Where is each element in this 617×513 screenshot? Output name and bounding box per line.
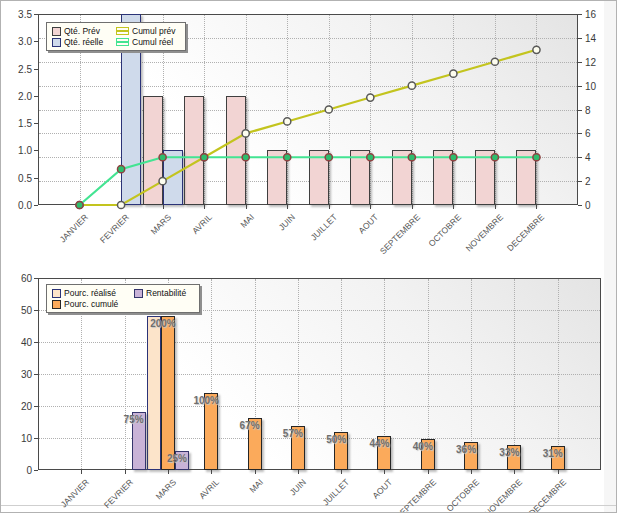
- cumul-reel-marker[interactable]: [367, 154, 374, 161]
- legend[interactable]: Pourc. réaliséRentabilitéPourc. cumulé: [46, 284, 200, 313]
- cumul-prev-marker[interactable]: [325, 106, 332, 113]
- right-axis-tick-label: 14: [585, 32, 596, 43]
- cumul-prev-line[interactable]: [80, 50, 537, 205]
- legend-item-pourc-realise[interactable]: Pourc. réalisé: [52, 288, 128, 298]
- legend-item-pourc-cumule[interactable]: Pourc. cumulé: [52, 299, 128, 309]
- x-axis-tick: [495, 205, 496, 209]
- h-gridline: [39, 342, 600, 343]
- right-axis-tick: [578, 62, 582, 63]
- pourc-realise-bar[interactable]: [147, 316, 161, 470]
- cumul-reel-marker[interactable]: [159, 154, 166, 161]
- x-axis-tick: [204, 205, 205, 209]
- cumul-reel-line[interactable]: [80, 157, 537, 205]
- pourc-cumule-bar[interactable]: [161, 316, 175, 470]
- x-axis-tick: [384, 470, 385, 474]
- x-axis-tick: [558, 470, 559, 474]
- x-axis-tick: [246, 205, 247, 209]
- cumul-prev-legend-swatch: [116, 27, 129, 35]
- cumul-reel-marker[interactable]: [242, 154, 249, 161]
- cumul-reel-marker[interactable]: [325, 154, 332, 161]
- month-label: AVRIL: [197, 477, 221, 501]
- left-axis-tick-label: 1.5: [0, 118, 32, 129]
- left-axis-tick-label: 0.5: [0, 172, 32, 183]
- legend-item-qte-prev[interactable]: Qté. Prév: [52, 26, 110, 36]
- left-axis-tick: [34, 205, 38, 206]
- pourc-cumule-data-label: 100%: [193, 395, 219, 406]
- legend-label: Pourc. réalisé: [64, 288, 116, 298]
- pourc-cumule-legend-swatch: [52, 300, 61, 309]
- left-axis-tick-label: 3.5: [0, 9, 32, 20]
- legend-label: Rentabilité: [146, 288, 186, 298]
- left-axis-tick: [34, 374, 38, 375]
- cumul-reel-legend-swatch: [116, 38, 129, 46]
- v-gridline: [471, 279, 472, 469]
- cumul-reel-marker[interactable]: [117, 166, 124, 173]
- legend-label: Qté. Prév: [64, 26, 100, 36]
- left-axis-tick-label: 60: [0, 273, 32, 284]
- left-axis-tick-label: 0.0: [0, 200, 32, 211]
- cumul-reel-marker[interactable]: [491, 154, 498, 161]
- right-axis-tick: [578, 110, 582, 111]
- x-axis-tick: [370, 205, 371, 209]
- left-axis-tick-label: 50: [0, 305, 32, 316]
- h-gridline: [39, 374, 600, 375]
- x-axis-tick: [298, 470, 299, 474]
- cumul-prev-marker[interactable]: [408, 82, 415, 89]
- cumul-prev-marker[interactable]: [367, 94, 374, 101]
- cumul-prev-marker[interactable]: [450, 70, 457, 77]
- right-axis-tick-label: 2: [585, 176, 591, 187]
- month-label: JANVIER: [59, 477, 91, 509]
- pourc-cumule-data-label: 31%: [543, 448, 563, 459]
- left-axis-tick-label: 1.0: [0, 145, 32, 156]
- month-label: MARS: [154, 477, 178, 501]
- x-axis-tick: [341, 470, 342, 474]
- pourc-cumule-data-label: 40%: [413, 441, 433, 452]
- x-axis-tick: [255, 470, 256, 474]
- left-axis-tick-label: 2.5: [0, 63, 32, 74]
- cumul-prev-marker[interactable]: [284, 118, 291, 125]
- month-label: OCTOBRE: [444, 477, 481, 513]
- cumul-prev-marker[interactable]: [242, 130, 249, 137]
- cumul-reel-marker[interactable]: [533, 154, 540, 161]
- left-axis-tick: [34, 342, 38, 343]
- legend-item-qte-reelle[interactable]: Qté. réelle: [52, 37, 110, 47]
- qte-reelle-legend-swatch: [52, 38, 61, 47]
- right-axis-tick-label: 10: [585, 80, 596, 91]
- x-axis-tick: [453, 205, 454, 209]
- pourc-cumule-data-label: 36%: [456, 444, 476, 455]
- legend-item-rentabilite[interactable]: Rentabilité: [134, 288, 194, 298]
- legend-item-cumul-reel[interactable]: Cumul réel: [116, 37, 180, 47]
- v-gridline: [558, 279, 559, 469]
- cumul-prev-marker[interactable]: [533, 46, 540, 53]
- right-axis-tick-label: 6: [585, 128, 591, 139]
- left-axis-tick: [34, 406, 38, 407]
- right-axis-tick: [578, 86, 582, 87]
- cumul-prev-marker[interactable]: [159, 178, 166, 185]
- legend[interactable]: Qté. PrévCumul prévQté. réelleCumul réel: [46, 22, 186, 51]
- spreadsheet-charts-pane: 3.53.02.52.01.51.00.50.01614121086420JAN…: [0, 0, 617, 513]
- cumul-prev-marker[interactable]: [117, 201, 124, 208]
- cumul-reel-marker[interactable]: [284, 154, 291, 161]
- legend-item-cumul-prev[interactable]: Cumul prév: [116, 26, 180, 36]
- rentabilite-data-label: 25%: [167, 453, 187, 464]
- cumul-reel-marker[interactable]: [76, 201, 83, 208]
- cumul-reel-marker[interactable]: [450, 154, 457, 161]
- right-axis-tick: [578, 133, 582, 134]
- cumul-reel-marker[interactable]: [408, 154, 415, 161]
- pourc-cumule-data-label: 200%: [150, 318, 176, 329]
- pourc-cumule-data-label: 67%: [240, 420, 260, 431]
- right-axis-tick-label: 0: [585, 200, 591, 211]
- x-axis-tick: [125, 470, 126, 474]
- legend-label: Pourc. cumulé: [64, 299, 118, 309]
- pourc-cumule-data-label: 33%: [499, 447, 519, 458]
- left-axis-tick: [34, 438, 38, 439]
- cumul-prev-marker[interactable]: [491, 58, 498, 65]
- month-label: NOVEMBRE: [483, 477, 524, 513]
- v-gridline: [514, 279, 515, 469]
- left-axis-tick-label: 2.0: [0, 90, 32, 101]
- month-label: AOUT: [371, 477, 395, 501]
- cumul-reel-marker[interactable]: [201, 154, 208, 161]
- month-label: SEPTEMBRE: [394, 477, 438, 513]
- qte-prev-legend-swatch: [52, 27, 61, 36]
- month-label: JUILLET: [321, 477, 351, 507]
